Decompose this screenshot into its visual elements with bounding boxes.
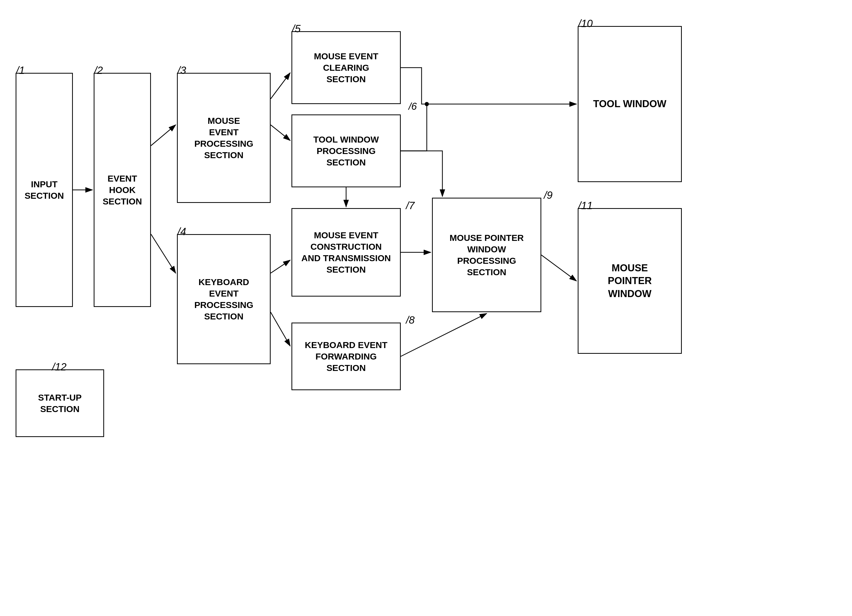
mouse-pointer-window-box: MOUSEPOINTERWINDOW bbox=[578, 208, 682, 354]
label-10: /10 bbox=[578, 18, 593, 29]
event-hook-section-label: EVENTHOOKSECTION bbox=[103, 173, 142, 207]
label-11: /11 bbox=[578, 200, 593, 211]
label-7: /7 bbox=[406, 200, 415, 211]
arrow-keyboard-to-construction bbox=[270, 260, 290, 273]
arrow-processing-to-mouse-pointer-window bbox=[541, 255, 576, 281]
label-4: /4 bbox=[177, 226, 186, 237]
mouse-event-processing-label: MOUSEEVENTPROCESSINGSECTION bbox=[194, 115, 254, 161]
arrow-keyboard-to-forwarding bbox=[270, 312, 290, 346]
mouse-event-processing-box: MOUSEEVENTPROCESSINGSECTION bbox=[177, 73, 270, 203]
mouse-event-construction-box: MOUSE EVENTCONSTRUCTIONAND TRANSMISSIONS… bbox=[292, 208, 401, 297]
label-6: /6 bbox=[409, 101, 417, 112]
keyboard-event-forwarding-box: KEYBOARD EVENTFORWARDINGSECTION bbox=[292, 323, 401, 390]
arrow-mouse-processing-to-tool-window bbox=[270, 125, 290, 140]
input-section-label: INPUTSECTION bbox=[24, 178, 64, 201]
arrow-tool-processing-to-pointer-proc bbox=[401, 151, 443, 196]
mouse-pointer-window-processing-label: MOUSE POINTERWINDOWPROCESSINGSECTION bbox=[449, 232, 524, 278]
label-8: /8 bbox=[406, 314, 415, 326]
mouse-event-construction-label: MOUSE EVENTCONSTRUCTIONAND TRANSMISSIONS… bbox=[301, 229, 391, 275]
diagram: INPUTSECTION /1 EVENTHOOKSECTION /2 MOUS… bbox=[0, 0, 852, 616]
mouse-pointer-window-label: MOUSEPOINTERWINDOW bbox=[608, 262, 652, 300]
arrow-clearing-path bbox=[401, 68, 427, 104]
arrow-hook-to-mouse-processing bbox=[151, 125, 176, 146]
tool-window-processing-label: TOOL WINDOWPROCESSINGSECTION bbox=[313, 134, 379, 168]
label-2: /2 bbox=[94, 65, 103, 76]
mouse-event-clearing-label: MOUSE EVENTCLEARINGSECTION bbox=[314, 50, 378, 85]
tool-window-box: TOOL WINDOW bbox=[578, 26, 682, 182]
arrow-mouse-processing-to-clearing bbox=[270, 73, 290, 99]
tool-window-label: TOOL WINDOW bbox=[593, 98, 666, 110]
mouse-event-clearing-box: MOUSE EVENTCLEARINGSECTION bbox=[292, 31, 401, 104]
junction-dot-1 bbox=[425, 102, 429, 106]
mouse-pointer-window-processing-box: MOUSE POINTERWINDOWPROCESSINGSECTION bbox=[432, 198, 541, 312]
label-1: /1 bbox=[16, 65, 25, 76]
tool-window-processing-box: TOOL WINDOWPROCESSINGSECTION bbox=[292, 115, 401, 187]
arrow-hook-to-keyboard-processing bbox=[151, 234, 176, 273]
keyboard-event-processing-box: KEYBOARDEVENTPROCESSINGSECTION bbox=[177, 234, 270, 364]
input-section-box: INPUTSECTION bbox=[16, 73, 73, 307]
label-3: /3 bbox=[177, 65, 186, 76]
label-5: /5 bbox=[292, 23, 301, 35]
startup-section-label: START-UPSECTION bbox=[38, 392, 82, 415]
label-9: /9 bbox=[544, 189, 553, 201]
event-hook-section-box: EVENTHOOKSECTION bbox=[94, 73, 151, 307]
label-12: /12 bbox=[52, 361, 66, 373]
keyboard-event-processing-label: KEYBOARDEVENTPROCESSINGSECTION bbox=[194, 276, 254, 322]
keyboard-event-forwarding-label: KEYBOARD EVENTFORWARDINGSECTION bbox=[305, 339, 387, 374]
startup-section-box: START-UPSECTION bbox=[16, 369, 104, 437]
